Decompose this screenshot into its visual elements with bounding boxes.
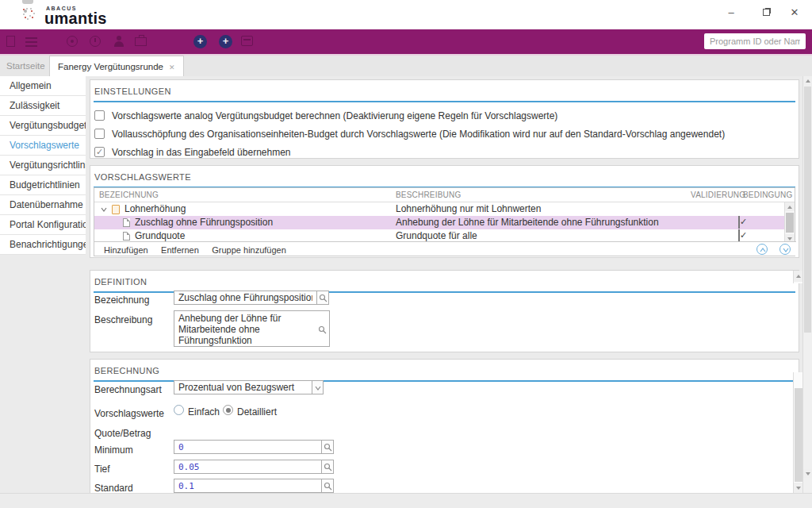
scroll-up-icon[interactable]	[803, 76, 812, 85]
col-bezeichnung: BEZEICHNUNG	[94, 188, 391, 202]
page-icon	[123, 218, 130, 227]
sidebar-item-verguetungsrichtlinien[interactable]: Vergütungsrichtlinien	[0, 156, 86, 175]
checkbox-row: Vorschlag in das Eingabefeld übernehmen	[94, 147, 799, 158]
vorschlagswerte-section: VORSCHLAGSWERTE BEZEICHNUNG BESCHREIBUNG…	[90, 165, 799, 258]
bedingung-cell	[738, 216, 786, 229]
close-tab-icon[interactable]: ✕	[169, 57, 175, 78]
col-validierung: VALIDIERUNG	[686, 188, 738, 202]
table-row-selected[interactable]: Zuschlag ohne Führungsposition Anhebung …	[94, 216, 786, 229]
gruppe-hinzufuegen-button[interactable]: Gruppe hinzufügen	[212, 244, 286, 257]
sidebar-item-verguetungsbudget[interactable]: Vergütungsbudget	[0, 116, 86, 136]
section-title: DEFINITION	[90, 271, 799, 287]
berechnung-section: BERECHNUNG Berechnungsart Prozentual von…	[90, 359, 799, 493]
bezeichnung-label: Bezeichnung	[94, 294, 149, 306]
einstellungen-section: EINSTELLUNGEN Vorschlagswerte analog Ver…	[90, 79, 799, 159]
sidebar-item-datenuebernahme[interactable]: Datenübernahme	[0, 195, 86, 215]
section-underline	[94, 101, 795, 102]
hinzufuegen-button[interactable]: Hinzufügen	[104, 244, 148, 257]
add-icon[interactable]: +	[219, 35, 232, 48]
sidebar-item-benachrichtigungen[interactable]: Benachrichtigungen	[0, 235, 86, 255]
tab-bar: Startseite✕ Fanergy Vergütungsrunde✕	[0, 56, 812, 76]
sidebar-item-zulaessigkeit[interactable]: Zulässigkeit	[0, 96, 86, 116]
settings-nav-sidebar: Allgemein Zulässigkeit Vergütungsbudget …	[0, 76, 86, 255]
window-chrome-chip	[22, 0, 33, 4]
section-title: EINSTELLUNGEN	[90, 80, 799, 96]
scroll-up-icon[interactable]	[785, 202, 795, 211]
document-icon[interactable]	[6, 36, 15, 47]
beschreibung-label: Beschreibung	[94, 314, 152, 325]
table-footer: Hinzufügen Entfernen Gruppe hinzufügen	[94, 241, 796, 256]
minimum-input[interactable]	[174, 440, 322, 454]
entfernen-button[interactable]: Entfernen	[161, 244, 199, 257]
sidebar-item-budgetrichtlinien[interactable]: Budgetrichtlinien	[0, 175, 86, 195]
vorschlagswerte-label: Vorschlagswerte	[94, 408, 164, 419]
add-icon[interactable]: +	[193, 35, 207, 48]
umantis-app-window: ABACUS umantis – ✕ + + Startseite✕ Faner…	[0, 0, 812, 508]
lookup-button[interactable]	[322, 440, 334, 454]
list-icon[interactable]	[25, 37, 37, 39]
bedingung-checkbox-checked[interactable]	[738, 229, 740, 242]
definition-section: DEFINITION Bezeichnung Beschreibung Anhe…	[90, 270, 799, 352]
chevron-down-icon[interactable]	[101, 207, 107, 212]
lookup-button[interactable]	[318, 323, 327, 337]
history-icon[interactable]	[90, 36, 101, 47]
status-strip	[0, 493, 812, 508]
checkbox-row: Vollausschöpfung des Organisationseinhei…	[94, 129, 799, 140]
bedingung-cell	[738, 202, 786, 216]
minimum-label: Minimum	[94, 444, 133, 456]
title-bar: ABACUS umantis – ✕	[0, 0, 812, 29]
minimize-icon[interactable]: –	[720, 3, 742, 22]
abacus-swirl-icon	[24, 10, 27, 13]
tab-fanergy-verguetungsrunde[interactable]: Fanergy Vergütungsrunde✕	[49, 56, 184, 76]
chevron-down-icon[interactable]	[312, 380, 324, 394]
group-icon	[112, 205, 120, 214]
scrollbar-thumb[interactable]	[795, 388, 802, 482]
lookup-button[interactable]	[317, 291, 329, 305]
radio-einfach[interactable]	[174, 405, 184, 415]
maximize-icon[interactable]	[755, 3, 777, 22]
user-icon[interactable]	[113, 36, 124, 47]
validierung-cell	[686, 202, 738, 216]
close-icon[interactable]: ✕	[783, 3, 806, 22]
main-toolbar: + +	[0, 29, 812, 54]
vorschlagswerte-table: BEZEICHNUNG BESCHREIBUNG VALIDIERUNG BED…	[94, 187, 795, 256]
target-icon[interactable]	[67, 36, 78, 47]
brand-umantis: umantis	[44, 10, 107, 28]
lookup-button[interactable]	[322, 479, 334, 493]
move-up-icon[interactable]	[756, 244, 768, 255]
radio-detailliert-selected[interactable]	[223, 405, 233, 415]
checkbox-unchecked[interactable]	[94, 110, 105, 121]
bedingung-checkbox-checked[interactable]	[738, 216, 740, 229]
scrollbar-thumb[interactable]	[786, 213, 794, 233]
quote-betrag-label: Quote/Betrag	[94, 428, 151, 439]
checkbox-checked[interactable]	[94, 147, 105, 157]
program-search-input[interactable]	[704, 33, 806, 49]
table-scrollbar[interactable]	[784, 202, 795, 243]
sidebar-item-portal-konfiguration[interactable]: Portal Konfiguration	[0, 215, 86, 235]
scrollbar-thumb[interactable]	[804, 87, 811, 333]
card-icon[interactable]	[241, 36, 253, 46]
section-title: VORSCHLAGSWERTE	[90, 166, 799, 182]
page-scrollbar[interactable]	[802, 76, 812, 493]
standard-label: Standard	[94, 483, 133, 494]
standard-input[interactable]	[174, 479, 322, 493]
checkbox-row: Vorschlagswerte analog Vergütungsbudget …	[94, 110, 799, 121]
col-bedingung: BEDINGUNG	[738, 188, 786, 202]
briefcase-icon[interactable]	[135, 37, 147, 46]
validierung-cell	[686, 216, 738, 229]
sidebar-item-vorschlagswerte[interactable]: Vorschlagswerte	[0, 136, 86, 156]
scroll-down-icon[interactable]	[803, 469, 812, 478]
berechnungsart-select[interactable]: Prozentual von Bezugswert	[174, 380, 312, 394]
checkbox-unchecked[interactable]	[94, 129, 105, 139]
beschreibung-textarea[interactable]: Anhebung der Löhne für Mitarbeitende ohn…	[174, 310, 330, 347]
lookup-button[interactable]	[322, 460, 334, 474]
sidebar-item-allgemein[interactable]: Allgemein	[0, 76, 86, 96]
tief-input[interactable]	[174, 460, 322, 474]
move-down-icon[interactable]	[779, 244, 791, 255]
table-header: BEZEICHNUNG BESCHREIBUNG VALIDIERUNG BED…	[94, 188, 795, 202]
berechnungsart-label: Berechnungsart	[94, 384, 162, 395]
table-row-group[interactable]: Lohnerhöhung Lohnerhöhung nur mit Lohnwe…	[94, 202, 786, 216]
section-title: BERECHNUNG	[90, 360, 799, 375]
col-beschreibung: BESCHREIBUNG	[391, 188, 686, 202]
bezeichnung-input[interactable]	[174, 291, 317, 305]
